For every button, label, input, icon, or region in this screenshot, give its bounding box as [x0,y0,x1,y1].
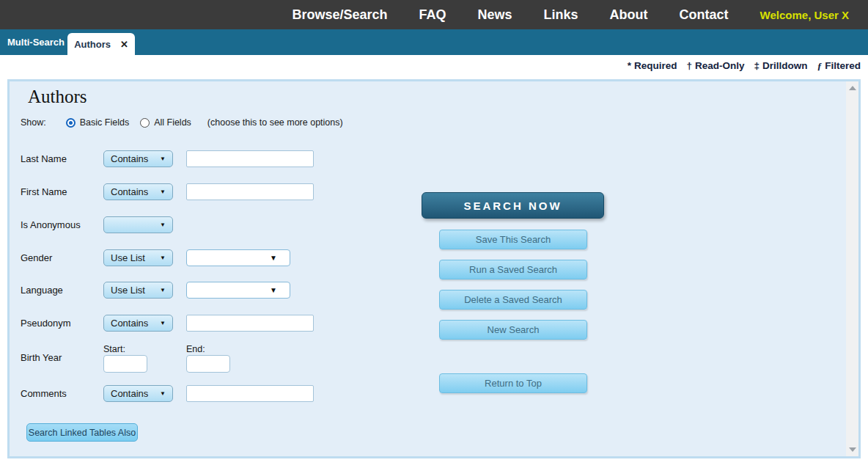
language-operator-dropdown[interactable]: Use List ▼ [103,282,173,299]
run-saved-search-button[interactable]: Run a Saved Search [439,260,587,279]
top-navigation: Browse/Search FAQ News Links About Conta… [0,0,868,29]
field-row-language: Language Use List ▼ ▼ [10,282,420,299]
field-row-first-name: First Name Contains ▼ [10,183,420,200]
filtered-symbol: ƒ [817,60,822,72]
field-row-birth-year: Birth Year Start: End: [10,344,420,375]
new-search-button[interactable]: New Search [439,320,587,340]
last-name-operator-dropdown[interactable]: Contains ▼ [103,150,173,167]
authors-search-panel: Authors Show: Basic Fields All Fields (c… [7,79,861,458]
legend-required: * Required [628,60,677,71]
show-hint-text: (choose this to see more options) [207,117,343,128]
pseudonym-label: Pseudonym [21,318,71,329]
is-anonymous-label: Is Anonymous [21,219,81,230]
show-options-row: Show: Basic Fields All Fields (choose th… [21,117,343,128]
tab-authors-label: Authors [74,39,111,50]
birth-year-end-label: End: [186,344,205,354]
field-row-comments: Comments Contains ▼ [10,385,420,402]
all-fields-radio[interactable] [140,118,150,128]
delete-saved-search-button[interactable]: Delete a Saved Search [439,290,587,310]
caret-down-icon: ▼ [160,156,166,162]
caret-down-icon: ▼ [160,391,166,397]
show-label: Show: [21,117,46,128]
search-linked-tables-button[interactable]: Search Linked Tables Also [26,423,138,442]
field-row-pseudonym: Pseudonym Contains ▼ [10,315,420,332]
drilldown-symbol: ‡ [754,60,760,71]
caret-down-icon: ▼ [160,288,166,293]
caret-down-icon: ▼ [160,189,166,195]
nav-browse-search[interactable]: Browse/Search [292,7,387,23]
pseudonym-operator-dropdown[interactable]: Contains ▼ [103,315,173,332]
birth-year-start-input[interactable] [103,355,147,373]
page-title: Authors [28,87,87,107]
panel-scrollbar[interactable] [846,81,858,456]
comments-label: Comments [21,388,67,399]
tab-bar: Multi-Search Authors ✕ [0,29,868,55]
pseudonym-input[interactable] [186,315,314,332]
birth-year-start-label: Start: [103,344,125,354]
caret-down-icon: ▼ [160,321,166,326]
is-anonymous-operator-dropdown[interactable]: ▼ [103,216,173,233]
close-icon[interactable]: ✕ [120,39,128,50]
comments-input[interactable] [186,385,314,402]
caret-down-icon: ▼ [270,255,277,262]
legend-filtered: ƒ Filtered [817,60,861,72]
birth-year-label: Birth Year [21,352,62,363]
field-row-is-anonymous: Is Anonymous ▼ [10,216,420,233]
gender-operator-dropdown[interactable]: Use List ▼ [103,249,173,266]
legend-drilldown: ‡ Drilldown [754,60,807,71]
field-legend: * Required † Read-Only ‡ Drilldown ƒ Fil… [0,55,868,76]
scrollbar-up-icon[interactable] [849,86,856,90]
gender-value-select[interactable]: ▼ [186,249,290,266]
language-label: Language [21,285,63,296]
scrollbar-down-icon[interactable] [849,447,856,452]
nav-news[interactable]: News [478,7,512,23]
all-fields-label[interactable]: All Fields [154,117,191,128]
field-row-last-name: Last Name Contains ▼ [10,150,420,167]
basic-fields-label[interactable]: Basic Fields [80,117,129,128]
caret-down-icon: ▼ [160,222,166,228]
save-search-button[interactable]: Save This Search [439,230,587,249]
tab-authors[interactable]: Authors ✕ [67,33,135,55]
nav-faq[interactable]: FAQ [419,7,446,23]
tab-multi-search[interactable]: Multi-Search [7,29,65,55]
last-name-input[interactable] [186,150,314,167]
search-now-button[interactable]: SEARCH NOW [422,192,604,219]
last-name-label: Last Name [21,153,67,164]
welcome-user-text[interactable]: Welcome, User X [760,9,849,21]
gender-label: Gender [21,252,52,263]
field-row-gender: Gender Use List ▼ ▼ [10,249,420,266]
caret-down-icon: ▼ [160,255,166,261]
caret-down-icon: ▼ [270,287,277,294]
readonly-symbol: † [686,60,692,71]
comments-operator-dropdown[interactable]: Contains ▼ [103,385,173,402]
first-name-label: First Name [21,186,67,197]
basic-fields-radio[interactable] [66,118,76,128]
return-to-top-button[interactable]: Return to Top [439,373,587,393]
nav-links[interactable]: Links [544,7,578,23]
nav-about[interactable]: About [610,7,648,23]
first-name-operator-dropdown[interactable]: Contains ▼ [103,183,173,200]
required-symbol: * [628,60,631,71]
first-name-input[interactable] [186,183,314,200]
nav-contact[interactable]: Contact [680,7,729,23]
birth-year-end-input[interactable] [186,355,230,373]
legend-readonly: † Read-Only [686,60,744,71]
language-value-select[interactable]: ▼ [186,282,290,299]
